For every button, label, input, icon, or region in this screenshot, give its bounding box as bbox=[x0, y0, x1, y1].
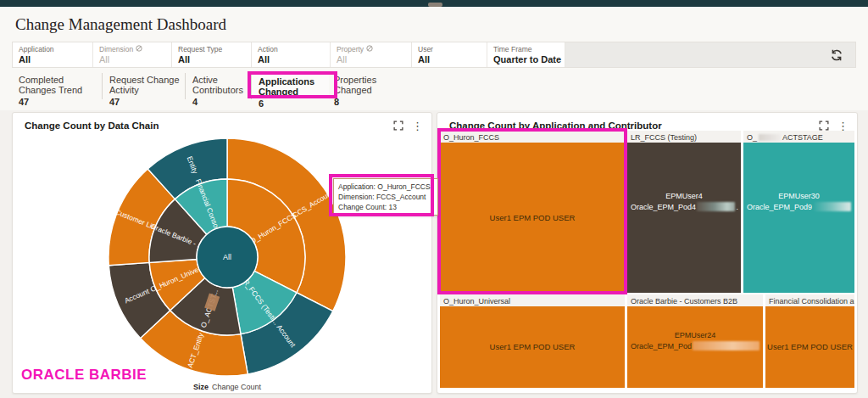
treemap-tile-o-actstage[interactable]: O_ACTSTAGEEPMUser30Oracle_EPM_Pod9 bbox=[743, 131, 854, 292]
sunburst-chart: FCCS_AccountAccountACT_EntityAccountCust… bbox=[13, 128, 431, 383]
refresh-icon[interactable] bbox=[830, 48, 843, 62]
page-title: Change Management Dashboard bbox=[15, 15, 226, 34]
disabled-slash-icon bbox=[136, 45, 142, 53]
filter-value: All bbox=[19, 54, 92, 64]
metric-label: Properties Changed bbox=[334, 75, 407, 95]
sunburst-center-label: All bbox=[223, 253, 231, 261]
filter-tile-time-frame[interactable]: Time FrameQuarter to Date bbox=[487, 42, 565, 67]
metric-value: 47 bbox=[19, 97, 102, 107]
tooltip-application: Application: O_Huron_FCCS bbox=[338, 182, 433, 192]
metric-value: 8 bbox=[334, 97, 407, 107]
contributor-label: User1 EPM POD USER bbox=[440, 213, 625, 222]
treemap-tile-header: Oracle Barbie - Customers B2B bbox=[627, 294, 763, 306]
metric-tab-request-change-activity[interactable]: Request Change Activity47 bbox=[102, 73, 185, 99]
filter-value: All bbox=[337, 54, 411, 64]
metric-value: 4 bbox=[192, 97, 251, 107]
contributor-label: EPMUser4 bbox=[627, 192, 741, 200]
trailing-char: . bbox=[736, 203, 738, 211]
treemap-tile-o-huron-universal[interactable]: O_Huron_UniversalUser1 EPM POD USER bbox=[440, 294, 625, 387]
legend-size-label: Size bbox=[193, 383, 209, 391]
filter-value: Quarter to Date bbox=[493, 54, 565, 64]
redaction-blur bbox=[693, 341, 760, 350]
filter-tile-request-type[interactable]: Request TypeAll bbox=[172, 42, 252, 67]
metric-value: 47 bbox=[109, 97, 185, 107]
treemap-tile-header: Financial Consolidation and C... bbox=[765, 294, 854, 306]
treemap-tile-body: EPMUser24Oracle_EPM_Pod bbox=[627, 306, 763, 388]
watermark-text: ORACLE BARBIE bbox=[21, 367, 147, 383]
metric-label: Active Contributors bbox=[192, 75, 251, 95]
contributor-label: Oracle_EPM_Pod4 bbox=[631, 203, 696, 211]
panel-change-count-by-data-chain: Change Count by Data Chain ⋮ FCCS_Accoun… bbox=[12, 112, 432, 394]
treemap-tile-body: User1 EPM POD USER bbox=[440, 143, 625, 293]
metric-tab-applications-changed[interactable]: Applications Changed6 bbox=[251, 73, 329, 99]
filter-value: All bbox=[418, 54, 487, 64]
treemap-tile-oracle-barbie-customers-b2b[interactable]: Oracle Barbie - Customers B2BEPMUser24Or… bbox=[627, 294, 763, 387]
contributor-label: Oracle_EPM_Pod9 bbox=[747, 203, 812, 211]
treemap-tile-lr-fccs-testing[interactable]: LR_FCCS (Testing)EPMUser4Oracle_EPM_Pod4… bbox=[627, 131, 741, 292]
panel-change-count-by-application-and-contributor: Change Count by Application and Contribu… bbox=[437, 112, 858, 394]
treemap-tile-header: O_Huron_Universal bbox=[440, 294, 625, 306]
legend-size-value: Change Count bbox=[212, 383, 261, 391]
filter-tile-user[interactable]: UserAll bbox=[412, 42, 487, 67]
filter-label: Application bbox=[19, 45, 54, 53]
filter-bar: ApplicationAllDimensionAllRequest TypeAl… bbox=[12, 42, 856, 68]
treemap-tile-body: EPMUser30Oracle_EPM_Pod9 bbox=[743, 143, 854, 293]
metric-label: Completed Changes Trend bbox=[19, 75, 102, 95]
metric-tabs: Completed Changes Trend47Request Change … bbox=[12, 73, 407, 99]
metric-value: 6 bbox=[259, 98, 329, 109]
filter-value: All bbox=[178, 54, 251, 64]
redaction-blur bbox=[697, 202, 735, 211]
contributor-label: User1 EPM POD USER bbox=[440, 342, 625, 351]
right-panel-title: Change Count by Application and Contribu… bbox=[449, 121, 662, 131]
tooltip-change-count: Change Count: 13 bbox=[338, 202, 433, 212]
filter-tile-application[interactable]: ApplicationAll bbox=[13, 42, 93, 67]
treemap-tile-header: O_ACTSTAGE bbox=[743, 131, 854, 143]
filter-tile-dimension[interactable]: DimensionAll bbox=[93, 42, 172, 67]
metric-label: Applications Changed bbox=[259, 76, 329, 97]
treemap-tile-body: User1 EPM POD USER bbox=[765, 306, 854, 388]
redaction-blur bbox=[813, 202, 851, 211]
metric-label: Request Change Activity bbox=[109, 75, 185, 95]
treemap-chart: O_Huron_FCCSUser1 EPM POD USERLR_FCCS (T… bbox=[440, 131, 854, 390]
filter-label: Action bbox=[258, 45, 278, 53]
filter-label: Property bbox=[337, 45, 364, 53]
treemap-tile-body: EPMUser4Oracle_EPM_Pod4. bbox=[627, 143, 741, 293]
filter-tile-property[interactable]: PropertyAll bbox=[331, 42, 412, 67]
treemap-tile-header: O_Huron_FCCS bbox=[440, 131, 625, 143]
contributor-label: EPMUser24 bbox=[627, 331, 763, 339]
watermark-box: ORACLE BARBIE bbox=[14, 363, 154, 387]
filter-label: Dimension bbox=[99, 45, 133, 53]
contributor-label: Oracle_EPM_Pod bbox=[631, 342, 692, 350]
contributor-label: EPMUser30 bbox=[743, 192, 854, 200]
datapoint-tooltip: Application: O_Huron_FCCS Dimension: FCC… bbox=[333, 178, 438, 216]
treemap-tile-financial-consolidation-and-c[interactable]: Financial Consolidation and C...User1 EP… bbox=[765, 294, 854, 387]
tooltip-dimension: Dimension: FCCS_Account bbox=[338, 192, 433, 202]
filter-label: Time Frame bbox=[493, 45, 532, 53]
redaction-blur bbox=[759, 134, 781, 141]
treemap-tile-o-huron-fccs[interactable]: O_Huron_FCCSUser1 EPM POD USER bbox=[440, 131, 625, 292]
treemap-tile-body: User1 EPM POD USER bbox=[440, 306, 625, 388]
top-bar bbox=[0, 0, 868, 7]
change-management-dashboard-app: { "colors": { "orange": "#e0780f", "brow… bbox=[0, 0, 868, 398]
filter-bar-spacer bbox=[565, 42, 855, 67]
filter-value: All bbox=[258, 54, 330, 64]
metric-tab-completed-changes-trend[interactable]: Completed Changes Trend47 bbox=[12, 73, 102, 99]
treemap-tile-header: LR_FCCS (Testing) bbox=[627, 131, 741, 143]
filter-tile-action[interactable]: ActionAll bbox=[252, 42, 331, 67]
metric-tab-active-contributors[interactable]: Active Contributors4 bbox=[185, 73, 251, 99]
metric-tab-properties-changed[interactable]: Properties Changed8 bbox=[329, 73, 407, 99]
filter-label: User bbox=[418, 45, 433, 53]
filter-value: All bbox=[99, 54, 171, 64]
filter-label: Request Type bbox=[178, 45, 222, 53]
contributor-label: User1 EPM POD USER bbox=[765, 342, 854, 351]
disabled-slash-icon bbox=[366, 45, 373, 53]
